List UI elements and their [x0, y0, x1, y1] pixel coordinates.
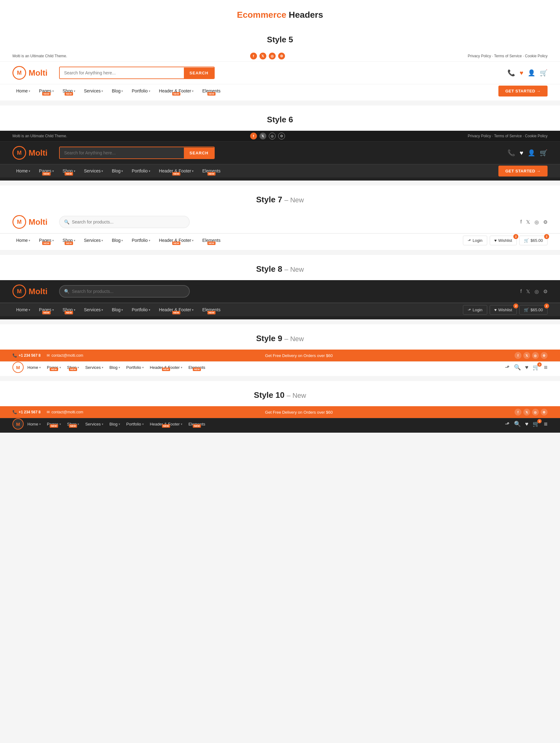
s9-nav-home[interactable]: Home ▾ [25, 362, 43, 373]
s6-settings-icon[interactable]: ⚙ [278, 133, 285, 139]
style6-search-input[interactable] [60, 147, 184, 159]
s6-heart-icon[interactable]: ♥ [520, 149, 523, 157]
s10-nav-pages[interactable]: Pages ▾NEW [45, 419, 63, 430]
s9-nav-shop[interactable]: Shop ▾NEW [65, 362, 82, 373]
s8-fb-icon[interactable]: f [520, 289, 522, 294]
s10-nav-portfolio[interactable]: Portfolio ▾ [124, 419, 146, 430]
style5-search-input[interactable] [60, 67, 184, 79]
nav-blog[interactable]: Blog ▾ [108, 84, 127, 97]
s6-cart-icon[interactable]: 🛒 [540, 149, 548, 157]
s6-nav-pages[interactable]: Pages ▾NEW [35, 164, 57, 177]
s8-ig-icon[interactable]: ◎ [534, 289, 539, 295]
s9-hamburger-icon[interactable]: ≡ [544, 364, 548, 371]
s8-nav-home[interactable]: Home ▾ [12, 303, 34, 316]
s9-search-icon[interactable]: 🔍 [514, 364, 521, 371]
s9-heart-icon[interactable]: ♥ [525, 364, 528, 371]
style8-logo[interactable]: M Molti [12, 285, 53, 298]
s7-fb-icon[interactable]: f [520, 219, 522, 225]
s7-nav-portfolio[interactable]: Portfolio ▾ [128, 234, 154, 247]
s9-nav-hf[interactable]: Header & Footer ▾NEW [147, 362, 185, 373]
s8-nav-elements[interactable]: ElementsNEW [198, 303, 224, 316]
s6-phone-icon[interactable]: 📞 [507, 149, 515, 157]
s10-ig-icon[interactable]: ◎ [532, 409, 539, 416]
s10-nav-blog[interactable]: Blog ▾ [107, 419, 123, 430]
s7-tw-icon[interactable]: 𝕏 [526, 219, 530, 225]
style7-login-btn[interactable]: ⬏ Login [463, 236, 487, 245]
s8-nav-hf[interactable]: Header & Footer ▾NEW [155, 303, 197, 316]
style7-wishlist-btn[interactable]: ♥ Wishlist 2 [490, 236, 517, 245]
s10-nav-shop[interactable]: Shop ▾NEW [65, 419, 82, 430]
s9-logo-icon[interactable]: M [12, 362, 24, 373]
s10-nav-services[interactable]: Services ▾ [83, 419, 106, 430]
s7-nav-blog[interactable]: Blog ▾ [108, 234, 127, 247]
s10-set-icon[interactable]: ⚙ [541, 409, 548, 416]
style7-search-input[interactable] [69, 216, 185, 227]
style6-cta-button[interactable]: GET STARTED → [499, 166, 548, 176]
s7-ig-icon[interactable]: ◎ [534, 219, 539, 225]
s8-nav-portfolio[interactable]: Portfolio ▾ [128, 303, 154, 316]
cart-icon[interactable]: 🛒 [540, 69, 548, 77]
s6-nav-home[interactable]: Home ▾ [12, 164, 34, 177]
s9-ig-icon[interactable]: ◎ [532, 352, 539, 359]
s10-fb-icon[interactable]: f [515, 409, 521, 416]
s8-nav-services[interactable]: Services ▾ [80, 303, 107, 316]
nav-pages[interactable]: Pages ▾NEW [35, 84, 57, 97]
s10-logo-icon[interactable]: M [12, 418, 24, 430]
s6-instagram-icon[interactable]: ◎ [269, 133, 276, 139]
s10-tw-icon[interactable]: 𝕏 [523, 409, 530, 416]
s8-nav-pages[interactable]: Pages ▾NEW [35, 303, 57, 316]
s7-nav-home[interactable]: Home ▾ [12, 234, 34, 247]
s10-nav-hf[interactable]: Header & Footer ▾NEW [147, 419, 185, 430]
s6-nav-shop[interactable]: Shop ▾NEW [59, 164, 79, 177]
s6-nav-portfolio[interactable]: Portfolio ▾ [128, 164, 154, 177]
s6-twitter-icon[interactable]: 𝕏 [260, 133, 266, 139]
style7-cart-btn[interactable]: 🛒 $65.00 2 [519, 236, 548, 245]
s9-set-icon[interactable]: ⚙ [541, 352, 548, 359]
nav-shop[interactable]: Shop ▾NEW [59, 84, 79, 97]
twitter-icon[interactable]: 𝕏 [260, 53, 266, 59]
nav-header-footer[interactable]: Header & Footer ▾NEW [155, 84, 197, 97]
s10-login-icon[interactable]: ⬏ [505, 421, 510, 427]
s9-nav-services[interactable]: Services ▾ [83, 362, 106, 373]
style8-search-input[interactable] [69, 286, 185, 297]
nav-services[interactable]: Services ▾ [80, 84, 107, 97]
s10-heart-icon[interactable]: ♥ [525, 421, 528, 427]
s8-set-icon[interactable]: ⚙ [543, 289, 548, 295]
s10-search-icon[interactable]: 🔍 [514, 421, 521, 427]
s9-cart-icon[interactable]: 🛒3 [532, 364, 540, 371]
style8-wishlist-btn[interactable]: ♥ Wishlist 2 [490, 305, 517, 315]
s8-nav-blog[interactable]: Blog ▾ [108, 303, 127, 316]
s8-tw-icon[interactable]: 𝕏 [526, 289, 530, 295]
s7-nav-elements[interactable]: ElementsNEW [198, 234, 224, 247]
s9-nav-blog[interactable]: Blog ▾ [107, 362, 123, 373]
s6-facebook-icon[interactable]: f [250, 133, 257, 139]
nav-elements[interactable]: ElementsNEW [198, 84, 224, 97]
s10-nav-home[interactable]: Home ▾ [25, 419, 43, 430]
s7-set-icon[interactable]: ⚙ [543, 219, 548, 225]
s9-nav-elements[interactable]: ElementsNEW [186, 362, 208, 373]
style6-logo[interactable]: M Molti [12, 146, 53, 160]
style5-cta-button[interactable]: GET STARTED → [499, 86, 548, 96]
s6-nav-elements[interactable]: ElementsNEW [198, 164, 224, 177]
s9-nav-portfolio[interactable]: Portfolio ▾ [124, 362, 146, 373]
s9-nav-pages[interactable]: Pages ▾NEW [45, 362, 63, 373]
s9-tw-icon[interactable]: 𝕏 [523, 352, 530, 359]
style7-logo[interactable]: M Molti [12, 215, 53, 229]
s7-nav-shop[interactable]: Shop ▾NEW [59, 234, 79, 247]
s8-nav-shop[interactable]: Shop ▾NEW [59, 303, 79, 316]
nav-portfolio[interactable]: Portfolio ▾ [128, 84, 154, 97]
s10-hamburger-icon[interactable]: ≡ [544, 421, 548, 428]
style5-search-button[interactable]: SEARCH [184, 68, 214, 79]
s6-nav-services[interactable]: Services ▾ [80, 164, 107, 177]
s9-fb-icon[interactable]: f [515, 352, 521, 359]
nav-home[interactable]: Home ▾ [12, 84, 34, 97]
s7-nav-hf[interactable]: Header & Footer ▾NEW [155, 234, 197, 247]
instagram-icon[interactable]: ◎ [269, 53, 276, 59]
s7-nav-services[interactable]: Services ▾ [80, 234, 107, 247]
s7-nav-pages[interactable]: Pages ▾NEW [35, 234, 57, 247]
style6-search-button[interactable]: SEARCH [184, 147, 214, 159]
user-icon[interactable]: 👤 [528, 69, 535, 77]
s6-user-icon[interactable]: 👤 [528, 149, 535, 157]
s10-nav-elements[interactable]: ElementsNEW [186, 419, 208, 430]
facebook-icon[interactable]: f [250, 53, 257, 59]
